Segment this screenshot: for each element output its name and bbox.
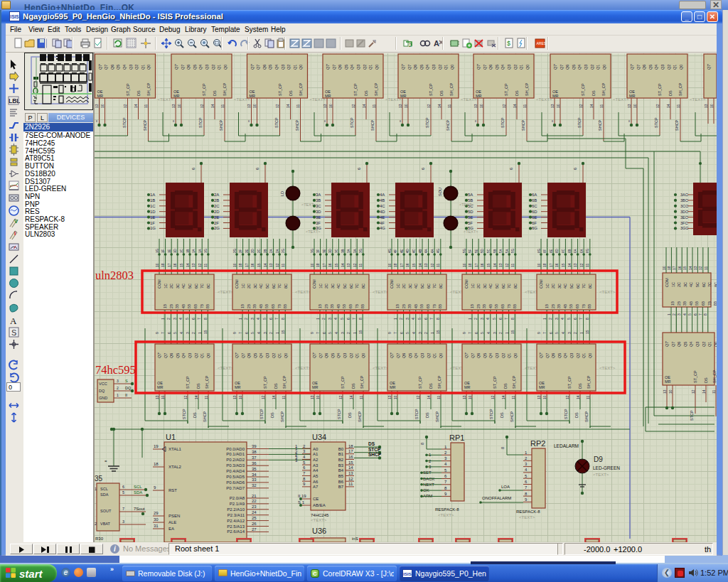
svg-text:P0.6/AD6: P0.6/AD6: [226, 480, 245, 485]
svg-text:Q6: Q6: [110, 65, 114, 70]
svg-text:Q3: Q3: [356, 65, 360, 70]
svg-text:STCP: STCP: [425, 117, 429, 128]
svg-text:11: 11: [447, 104, 451, 108]
svg-text:6: 6: [549, 332, 553, 334]
svg-text:Q7': Q7': [707, 64, 711, 70]
svg-text:15: 15: [510, 330, 515, 334]
svg-text:1: 1: [444, 445, 447, 449]
svg-text:16: 16: [555, 263, 559, 267]
svg-text:Q7: Q7: [483, 65, 487, 70]
svg-text:1: 1: [579, 332, 584, 334]
svg-text:3E: 3E: [323, 249, 326, 253]
svg-text:Q7: Q7: [636, 65, 641, 70]
svg-text:11: 11: [704, 266, 708, 270]
svg-text:STCP: STCP: [654, 117, 658, 128]
svg-text:8B: 8B: [587, 303, 592, 308]
svg-text:2: 2: [409, 42, 412, 48]
svg-text:STCP: STCP: [577, 117, 582, 128]
svg-text:Q7: Q7: [164, 353, 168, 358]
svg-text:10: 10: [100, 104, 105, 108]
svg-text:8C: 8C: [206, 284, 210, 289]
svg-text:Q0: Q0: [375, 65, 379, 70]
svg-text:1C: 1C: [180, 248, 183, 253]
svg-text:Q2: Q2: [590, 65, 594, 70]
svg-text:P0.5/AD5: P0.5/AD5: [226, 475, 245, 479]
svg-text:17: 17: [474, 263, 478, 267]
svg-text:7: 7: [303, 471, 306, 475]
svg-text:14: 14: [210, 104, 215, 108]
svg-text:5: 5: [173, 332, 177, 334]
svg-text:Q2: Q2: [513, 65, 518, 70]
svg-text:11: 11: [586, 396, 590, 399]
svg-text:10: 10: [232, 263, 237, 267]
svg-text:6: 6: [191, 168, 196, 170]
svg-text:Q5: Q5: [268, 65, 272, 70]
svg-text:1B: 1B: [163, 303, 167, 308]
svg-text:ST_CP: ST_CP: [658, 83, 662, 96]
svg-text:SCL: SCL: [134, 485, 142, 489]
svg-text:DS: DS: [503, 383, 508, 389]
svg-text:37: 37: [252, 456, 257, 460]
svg-text:9: 9: [154, 485, 156, 490]
svg-text:Q5: Q5: [344, 65, 348, 70]
svg-text:Q5: Q5: [419, 65, 424, 70]
svg-text:9: 9: [444, 492, 447, 496]
svg-text:4E: 4E: [380, 215, 385, 220]
svg-text:15: 15: [334, 263, 338, 267]
svg-text:Q1: Q1: [673, 65, 677, 70]
svg-text:3A: 3A: [316, 193, 321, 197]
svg-text:COM: COM: [464, 279, 469, 289]
svg-text:STCP: STCP: [350, 117, 354, 128]
svg-text:Q7': Q7': [174, 64, 178, 70]
svg-text:12: 12: [579, 104, 583, 108]
svg-text:12: 12: [123, 104, 127, 108]
svg-text:13: 13: [323, 104, 327, 108]
svg-text:4F: 4F: [394, 249, 397, 253]
svg-text:18: 18: [348, 444, 353, 448]
svg-text:3A: 3A: [347, 249, 350, 253]
svg-text:A6: A6: [313, 480, 318, 484]
svg-text:Q7: Q7: [396, 353, 400, 358]
svg-text:A: A: [434, 39, 439, 48]
svg-text:Q3: Q3: [584, 65, 588, 70]
svg-text:2: 2: [346, 332, 350, 334]
svg-text:MR: MR: [539, 385, 545, 389]
svg-text:5B: 5B: [494, 303, 498, 308]
svg-text:Q1: Q1: [293, 65, 297, 70]
svg-text:10: 10: [668, 389, 673, 394]
svg-text:13: 13: [191, 263, 196, 267]
svg-text:6G: 6G: [532, 226, 537, 230]
svg-text:3C: 3C: [335, 248, 338, 253]
svg-text:13: 13: [704, 104, 708, 108]
svg-text:ST_CP: ST_CP: [418, 376, 422, 389]
svg-text:11: 11: [359, 396, 363, 399]
svg-text:Q7': Q7': [312, 352, 316, 358]
svg-text:<TEXT>: <TEXT>: [459, 203, 473, 207]
svg-text:Q0: Q0: [602, 65, 606, 70]
svg-text:10: 10: [479, 104, 483, 108]
svg-text:U1: U1: [166, 433, 176, 441]
svg-text:5: 5: [303, 460, 306, 465]
svg-text:P2.5/A13: P2.5/A13: [227, 524, 245, 529]
svg-text:Q3: Q3: [507, 65, 511, 70]
svg-text:Q1: Q1: [596, 65, 600, 70]
svg-text:Q7: Q7: [241, 353, 245, 358]
svg-text:Q7: Q7: [545, 353, 550, 358]
svg-text:4: 4: [411, 318, 415, 320]
svg-text:Q4: Q4: [181, 353, 186, 358]
svg-text:14: 14: [513, 104, 517, 108]
svg-text:Q3: Q3: [188, 353, 192, 358]
svg-text:4: 4: [334, 332, 338, 334]
svg-text:6B: 6B: [500, 303, 505, 308]
svg-text:3C: 3C: [683, 282, 687, 287]
svg-text:4C: 4C: [336, 284, 341, 289]
svg-text:S 1: S 1: [298, 500, 305, 505]
svg-text:start: start: [19, 568, 43, 580]
svg-text:5B: 5B: [468, 198, 473, 203]
svg-text:MR: MR: [665, 379, 671, 384]
svg-text:ALE: ALE: [168, 520, 176, 524]
svg-text:13: 13: [550, 104, 555, 108]
svg-text:15: 15: [203, 330, 208, 334]
svg-text:12: 12: [275, 263, 279, 267]
svg-text:13: 13: [663, 389, 667, 394]
